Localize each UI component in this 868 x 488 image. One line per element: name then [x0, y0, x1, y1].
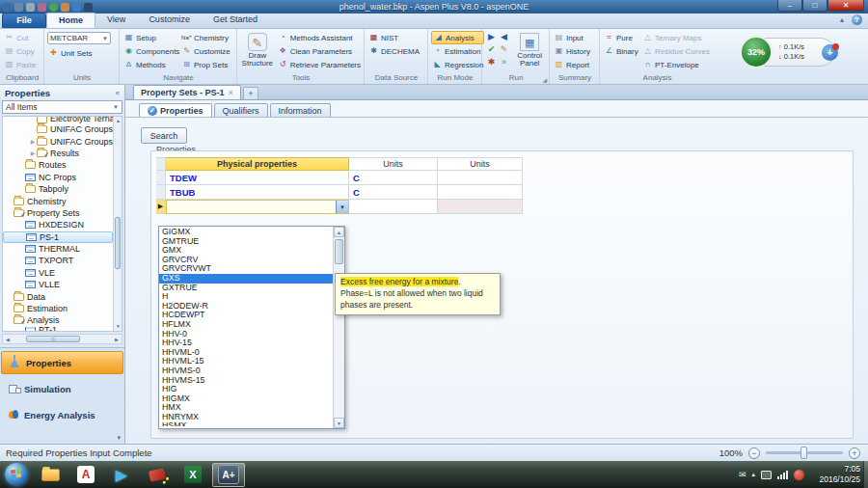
tree-item[interactable]: PS-1 — [3, 231, 113, 243]
save-icon[interactable] — [14, 3, 23, 12]
antivirus-tray-icon[interactable] — [794, 470, 804, 480]
residue-curves-button[interactable]: △Residue Curves — [641, 44, 711, 58]
dropdown-item[interactable]: GRVCRVWT — [159, 264, 333, 274]
new-tab-button[interactable]: + — [243, 87, 258, 99]
tree-item[interactable]: NC Props — [3, 172, 113, 183]
table-edit-row[interactable]: ▶ ▼ — [156, 200, 523, 214]
aspenone-gauge[interactable]: 32% ↑ 0.1K/s ↓ 0.1K/s + — [743, 38, 835, 67]
tree-item[interactable]: UNIFAC Groups — [3, 123, 113, 135]
column-header-physical-properties[interactable]: Physical properties — [166, 157, 349, 171]
combo-dropdown-button[interactable]: ▼ — [336, 201, 348, 213]
reset-icon[interactable]: ◀ — [498, 31, 510, 43]
taskbar-excel-button[interactable]: X — [176, 463, 209, 487]
app-icon[interactable] — [3, 3, 12, 12]
tab-view[interactable]: View — [95, 13, 137, 28]
dropdown-item[interactable]: HSMX — [159, 421, 333, 426]
column-header-units-1[interactable]: Units — [349, 157, 438, 171]
collapse-ribbon-icon[interactable]: ▴ — [840, 15, 844, 24]
collapse-pane-icon[interactable]: « — [116, 89, 120, 97]
zoom-slider-handle[interactable] — [800, 447, 807, 459]
zoom-out-button[interactable]: − — [748, 447, 760, 459]
zoom-in-button[interactable]: + — [849, 447, 860, 459]
close-tab-icon[interactable]: × — [229, 88, 233, 97]
chemistry-button[interactable]: Na⁺Chemistry — [180, 31, 231, 44]
maximize-button[interactable]: □ — [802, 0, 827, 12]
check-status-icon[interactable]: ✔ — [485, 43, 498, 56]
scroll-left-icon[interactable]: ◀ — [3, 335, 13, 343]
tab-get-started[interactable]: Get Started — [202, 13, 269, 28]
row-selector[interactable] — [156, 185, 166, 200]
tree-horizontal-scrollbar[interactable]: ◀ ☰ ▶ — [2, 334, 122, 344]
reinit-icon[interactable]: ✎ — [498, 43, 510, 56]
report-button[interactable]: ▥Report — [553, 58, 591, 71]
unit-sets-button[interactable]: ✚Unit Sets — [47, 46, 111, 60]
tree-item[interactable]: PT-1 — [3, 327, 113, 331]
file-menu-button[interactable]: File — [2, 13, 46, 28]
show-hidden-icons[interactable]: ▴ — [751, 471, 755, 478]
scroll-down-icon[interactable]: ▼ — [334, 418, 344, 428]
tree-item[interactable]: VLLE — [3, 279, 113, 290]
exchange-plus-icon[interactable]: + — [822, 44, 838, 61]
tree-item[interactable]: TXPORT — [3, 255, 113, 266]
undo-icon[interactable] — [26, 3, 35, 12]
tree-item[interactable]: Routes — [3, 159, 113, 171]
retrieve-parameters-button[interactable]: ↺Retrieve Parameters — [277, 58, 362, 71]
table-row[interactable]: TBUB C — [156, 185, 523, 200]
mail-tray-icon[interactable]: ✉ — [739, 470, 746, 479]
nav-filter-combo[interactable]: All Items ▼ — [2, 100, 122, 114]
run-dialog-launcher-icon[interactable]: ◢ — [542, 76, 547, 83]
expander-icon[interactable]: ▶ — [29, 149, 37, 156]
run-quick-icon[interactable] — [72, 3, 81, 12]
history-button[interactable]: ▣History — [553, 44, 591, 58]
show-desktop-button[interactable] — [863, 461, 868, 488]
action-center-icon[interactable] — [761, 471, 772, 479]
configure-buttons-icon[interactable]: ▾ — [117, 434, 121, 442]
document-tab-ps1[interactable]: Property Sets - PS-1 × — [133, 85, 241, 99]
tab-customize[interactable]: Customize — [137, 13, 202, 28]
input-button[interactable]: ▤Input — [553, 31, 591, 44]
taskbar-acrobat-button[interactable]: A — [69, 463, 102, 487]
start-button[interactable] — [5, 463, 28, 486]
draw-structure-button[interactable]: ✎ Draw Structure — [240, 31, 275, 73]
row-selector[interactable] — [156, 171, 166, 185]
minimize-button[interactable]: – — [777, 0, 802, 12]
search-button[interactable]: Search — [141, 127, 187, 144]
close-button[interactable]: ✕ — [827, 0, 864, 12]
dechema-button[interactable]: ✱DECHEMA — [367, 44, 420, 58]
network-icon[interactable] — [777, 470, 788, 479]
properties-environment-button[interactable]: Properties — [1, 351, 123, 374]
dropdown-item[interactable]: HNRYMX — [159, 413, 333, 422]
subtab-qualifiers[interactable]: Qualifiers — [214, 103, 268, 118]
expander-icon[interactable]: ▶ — [29, 138, 37, 145]
next-input-icon[interactable] — [49, 3, 58, 12]
ternary-maps-button[interactable]: △Ternary Maps — [641, 31, 711, 44]
dropdown-item[interactable]: HHVMS-15 — [159, 376, 333, 386]
energy-analysis-environment-button[interactable]: Energy Analysis — [1, 403, 123, 426]
clean-parameters-button[interactable]: ❖Clean Parameters — [277, 44, 362, 58]
regression-mode-button[interactable]: ◣Regression — [431, 58, 484, 71]
estimation-mode-button[interactable]: ◔Estimation — [431, 44, 484, 58]
run-icon[interactable]: ▶ — [485, 31, 498, 43]
tree-item[interactable]: ▶ Results — [3, 148, 113, 159]
tab-home[interactable]: Home — [46, 13, 95, 28]
binary-button[interactable]: ∠Binary — [603, 44, 639, 58]
subtab-information[interactable]: Information — [270, 103, 331, 118]
tree-item[interactable]: Analysis — [3, 314, 113, 326]
control-panel-button[interactable]: ▦ Control Panel — [512, 31, 547, 73]
step-icon[interactable]: » — [498, 56, 510, 68]
scroll-down-icon[interactable]: ▼ — [114, 322, 122, 331]
pt-envelope-button[interactable]: ∩PT-Envelope — [641, 58, 711, 71]
tree-item[interactable]: Chemistry — [3, 195, 113, 206]
tree-item[interactable]: Tabpoly — [3, 183, 113, 195]
analysis-mode-button[interactable]: ◢Analysis — [431, 31, 484, 44]
redo-icon[interactable] — [38, 3, 46, 12]
tree-item[interactable]: ▶ UNIFAC Groups Binary — [3, 135, 113, 147]
column-header-units-2[interactable]: Units — [438, 157, 523, 171]
tree-item[interactable]: Electrolyte Ternary — [3, 117, 113, 123]
units-combo[interactable]: METCBAR▼ — [47, 32, 111, 44]
pure-button[interactable]: ≈Pure — [603, 31, 639, 44]
setup-button[interactable]: ▦Setup — [122, 31, 178, 44]
search-k-icon[interactable] — [84, 3, 93, 12]
tree-vertical-scrollbar[interactable]: ▲ ▼ — [113, 117, 122, 331]
stop-icon[interactable]: ✱ — [485, 56, 498, 68]
